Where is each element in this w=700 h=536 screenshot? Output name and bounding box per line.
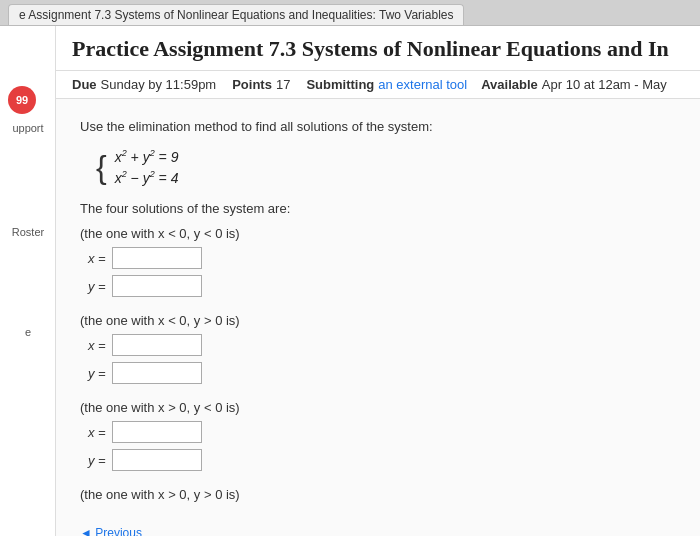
equations: x2 + y2 = 9 x2 − y2 = 4 (115, 148, 179, 185)
solution-1-x-label: x = (88, 251, 108, 266)
previous-link[interactable]: ◄ Previous (80, 526, 142, 536)
due-value: Sunday by 11:59pm (101, 77, 217, 92)
notification-badge[interactable]: 99 (8, 86, 36, 114)
solution-1-x-row: x = (88, 247, 676, 269)
solution-3-x-input[interactable] (112, 421, 202, 443)
submitting-label: Submitting (306, 77, 374, 92)
sidebar-extra-label[interactable]: e (2, 326, 54, 338)
solution-3-y-input[interactable] (112, 449, 202, 471)
sidebar-support-label[interactable]: upport (2, 122, 54, 134)
solutions-label: The four solutions of the system are: (80, 201, 676, 216)
solution-1-y-label: y = (88, 279, 108, 294)
solution-block-1: (the one with x < 0, y < 0 is) x = y = (80, 226, 676, 297)
solution-1-condition: (the one with x < 0, y < 0 is) (80, 226, 676, 241)
points-value: 17 (276, 77, 290, 92)
brace-symbol: { (96, 151, 107, 183)
available-label: Available (481, 77, 538, 92)
solution-block-3: (the one with x > 0, y < 0 is) x = y = (80, 400, 676, 471)
solution-1-x-input[interactable] (112, 247, 202, 269)
solution-3-condition: (the one with x > 0, y < 0 is) (80, 400, 676, 415)
solution-2-y-row: y = (88, 362, 676, 384)
solution-2-x-input[interactable] (112, 334, 202, 356)
points-label: Points (232, 77, 272, 92)
solution-2-x-label: x = (88, 338, 108, 353)
page-title-bar: Practice Assignment 7.3 Systems of Nonli… (56, 26, 700, 71)
sidebar-roster-label[interactable]: Roster (2, 226, 54, 238)
solution-block-2: (the one with x < 0, y > 0 is) x = y = (80, 313, 676, 384)
solution-3-y-label: y = (88, 453, 108, 468)
solution-4-condition: (the one with x > 0, y > 0 is) (80, 487, 676, 502)
submitting-value[interactable]: an external tool (378, 77, 467, 92)
main-content: Practice Assignment 7.3 Systems of Nonli… (56, 26, 700, 536)
available-value: Apr 10 at 12am - May (542, 77, 667, 92)
solution-1-y-row: y = (88, 275, 676, 297)
solution-1-y-input[interactable] (112, 275, 202, 297)
page-title: Practice Assignment 7.3 Systems of Nonli… (72, 36, 684, 62)
meta-bar: Due Sunday by 11:59pm Points 17 Submitti… (56, 71, 700, 99)
solution-3-x-label: x = (88, 425, 108, 440)
tab-title[interactable]: e Assignment 7.3 Systems of Nonlinear Eq… (8, 4, 464, 25)
solution-3-x-row: x = (88, 421, 676, 443)
equation-1: x2 + y2 = 9 (115, 148, 179, 165)
sidebar: 99 upport Roster e (0, 26, 56, 536)
tab-bar: e Assignment 7.3 Systems of Nonlinear Eq… (0, 0, 700, 26)
instructions-text: Use the elimination method to find all s… (80, 119, 676, 134)
solution-2-x-row: x = (88, 334, 676, 356)
math-system: { x2 + y2 = 9 x2 − y2 = 4 (96, 148, 676, 185)
solution-block-4: (the one with x > 0, y > 0 is) (80, 487, 676, 502)
solution-2-condition: (the one with x < 0, y > 0 is) (80, 313, 676, 328)
solution-2-y-input[interactable] (112, 362, 202, 384)
solution-3-y-row: y = (88, 449, 676, 471)
solution-2-y-label: y = (88, 366, 108, 381)
content-area: Use the elimination method to find all s… (56, 99, 700, 536)
due-label: Due (72, 77, 97, 92)
equation-2: x2 − y2 = 4 (115, 169, 179, 186)
